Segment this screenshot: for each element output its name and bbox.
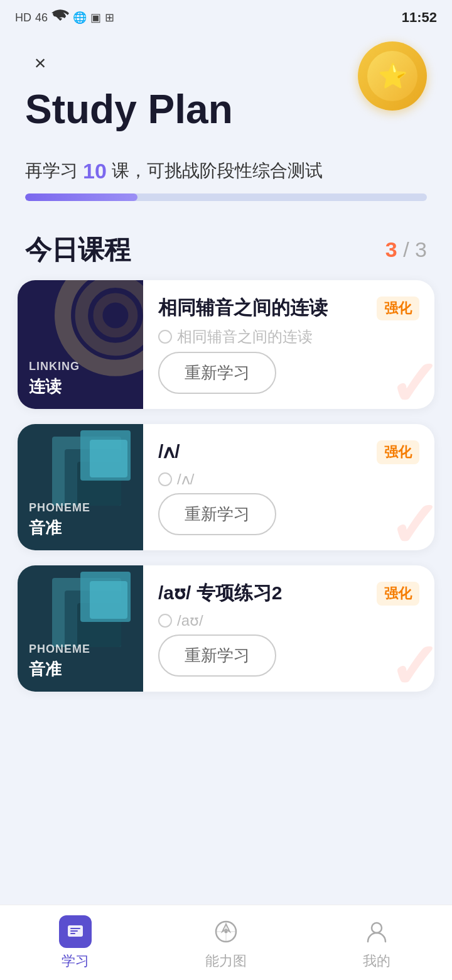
card-subtitle: /ʌ/ bbox=[158, 471, 419, 488]
close-button[interactable]: × bbox=[25, 48, 55, 78]
card-subtitle: /aʊ/ bbox=[158, 612, 419, 629]
progress-bar-background bbox=[25, 193, 427, 201]
course-card: PHONEME 音准 /ʌ/ 强化 /ʌ/ 重新学习 ✓ bbox=[18, 424, 434, 550]
today-courses-title: 今日课程 bbox=[25, 232, 131, 268]
ability-nav-icon bbox=[210, 915, 242, 948]
card-content: 相同辅音之间的连读 强化 相同辅音之间的连读 重新学习 ✓ bbox=[143, 280, 434, 409]
card-label-en: PHONEME bbox=[29, 643, 132, 656]
card-title: /aʊ/ 专项练习2 bbox=[158, 580, 369, 605]
courses-done: 3 bbox=[385, 237, 397, 261]
course-card: PHONEME 音准 /aʊ/ 专项练习2 强化 /aʊ/ 重新学习 ✓ bbox=[18, 565, 434, 692]
today-courses-count: 3 / 3 bbox=[385, 237, 427, 262]
nav-item-ability[interactable]: 能力图 bbox=[151, 915, 301, 971]
progress-prefix: 再学习 bbox=[25, 159, 78, 183]
nav-item-study[interactable]: 学习 bbox=[0, 915, 151, 971]
relearn-button[interactable]: 重新学习 bbox=[158, 352, 276, 394]
card-thumbnail-phoneme: PHONEME 音准 bbox=[18, 424, 143, 550]
hd-icon: HD bbox=[15, 11, 31, 24]
relearn-button[interactable]: 重新学习 bbox=[158, 634, 276, 677]
relearn-button[interactable]: 重新学习 bbox=[158, 493, 276, 535]
card-label-zh: 音准 bbox=[29, 517, 132, 539]
svg-rect-12 bbox=[90, 581, 127, 619]
card-subtitle: 相同辅音之间的连读 bbox=[158, 327, 419, 347]
courses-total: 3 bbox=[415, 237, 427, 261]
progress-text: 再学习 10 课，可挑战阶段性综合测试 bbox=[25, 159, 427, 183]
check-watermark: ✓ bbox=[388, 352, 434, 409]
status-bar: HD 46 🌐 ▣ ⊞ 11:52 bbox=[0, 0, 452, 35]
subtitle-text: /aʊ/ bbox=[177, 612, 203, 629]
progress-suffix: 课，可挑战阶段性综合测试 bbox=[112, 159, 323, 183]
card-label-en: PHONEME bbox=[29, 501, 132, 514]
course-card: LINKING 连读 相同辅音之间的连读 强化 相同辅音之间的连读 重新学习 ✓ bbox=[18, 280, 434, 409]
app-icon: ⊞ bbox=[105, 11, 114, 24]
card-label-zh: 音准 bbox=[29, 658, 132, 680]
status-left-icons: HD 46 🌐 ▣ ⊞ bbox=[15, 9, 114, 26]
card-content: /ʌ/ 强化 /ʌ/ 重新学习 ✓ bbox=[143, 424, 434, 550]
signal-icon: 46 bbox=[35, 11, 48, 24]
subtitle-circle-icon bbox=[158, 472, 172, 486]
bottom-navigation: 学习 能力图 我的 bbox=[0, 905, 452, 980]
card-label-en: LINKING bbox=[29, 360, 132, 373]
sim-icon: ▣ bbox=[90, 11, 101, 24]
nav-label-mine: 我的 bbox=[363, 952, 390, 971]
progress-section: 再学习 10 课，可挑战阶段性综合测试 bbox=[0, 140, 452, 207]
progress-bar-fill bbox=[25, 193, 137, 201]
count-separator: / bbox=[403, 237, 409, 261]
badge-qianghua: 强化 bbox=[377, 582, 419, 606]
subtitle-text: /ʌ/ bbox=[177, 471, 194, 488]
card-title: /ʌ/ bbox=[158, 439, 369, 464]
courses-list: LINKING 连读 相同辅音之间的连读 强化 相同辅音之间的连读 重新学习 ✓ bbox=[0, 280, 452, 692]
svg-point-22 bbox=[372, 923, 382, 933]
header: × ⭐ Study Plan bbox=[0, 35, 452, 140]
card-label-zh: 连读 bbox=[29, 376, 132, 398]
svg-point-2 bbox=[98, 298, 133, 333]
card-thumbnail-linking: LINKING 连读 bbox=[18, 280, 143, 409]
check-watermark: ✓ bbox=[388, 635, 434, 692]
subtitle-text: 相同辅音之间的连读 bbox=[177, 327, 313, 347]
progress-number: 10 bbox=[83, 159, 107, 183]
nav-label-study: 学习 bbox=[62, 952, 89, 971]
status-time: 11:52 bbox=[402, 9, 437, 26]
badge-qianghua: 强化 bbox=[377, 440, 419, 464]
card-content: /aʊ/ 专项练习2 强化 /aʊ/ 重新学习 ✓ bbox=[143, 565, 434, 692]
card-title: 相同辅音之间的连读 bbox=[158, 295, 369, 320]
check-watermark: ✓ bbox=[388, 494, 434, 550]
study-nav-icon bbox=[59, 915, 92, 948]
svg-rect-7 bbox=[90, 440, 127, 477]
mine-nav-icon bbox=[360, 915, 393, 948]
subtitle-circle-icon bbox=[158, 330, 172, 344]
wifi-bars bbox=[51, 9, 69, 26]
star-icon: ⭐ bbox=[367, 51, 417, 101]
subtitle-circle-icon bbox=[158, 614, 172, 628]
svg-rect-14 bbox=[70, 928, 80, 929]
badge-qianghua: 强化 bbox=[377, 297, 419, 320]
globe-icon: 🌐 bbox=[73, 11, 87, 24]
card-thumbnail-phoneme: PHONEME 音准 bbox=[18, 565, 143, 692]
svg-rect-16 bbox=[70, 933, 75, 934]
medal-icon: ⭐ bbox=[358, 41, 427, 111]
nav-label-ability: 能力图 bbox=[205, 952, 247, 971]
nav-item-mine[interactable]: 我的 bbox=[301, 915, 452, 971]
today-courses-header: 今日课程 3 / 3 bbox=[0, 207, 452, 280]
svg-rect-15 bbox=[70, 930, 78, 932]
